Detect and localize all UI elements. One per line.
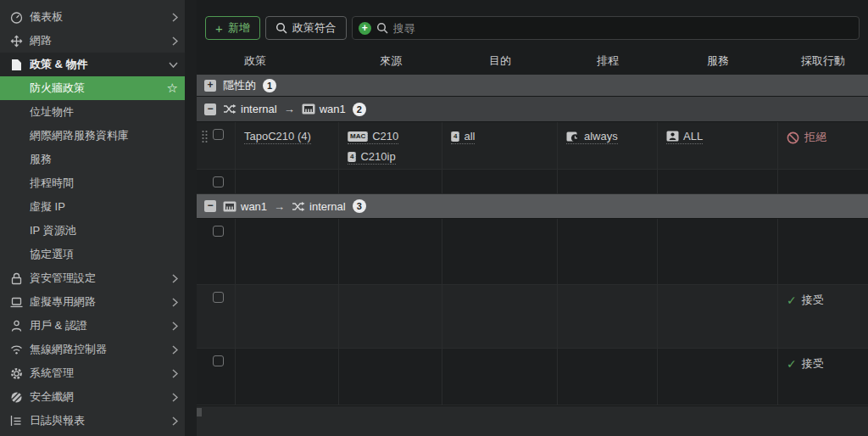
ethernet-port-icon [223,201,236,212]
group-count-badge: 3 [353,199,366,213]
group-label: 隱性的 [223,78,256,93]
search-input[interactable] [393,22,853,35]
group-row-implicit[interactable]: + 隱性的 1 [197,75,868,97]
policy-name[interactable]: TapoC210 (4) [244,130,311,144]
sidebar-item-protocol-options[interactable]: 協定選項 [0,243,185,266]
sidebar-item-label: 儀表板 [30,9,172,25]
sidebar-item-addresses[interactable]: 位址物件 [0,100,185,124]
row-checkbox[interactable] [213,129,224,140]
column-header-source[interactable]: 來源 [339,53,442,69]
policy-lookup-button[interactable]: 政策符合 [265,16,347,40]
row-checkbox[interactable] [213,355,224,366]
group-count-badge: 2 [353,103,366,116]
column-header-policy[interactable]: 政策 [236,53,339,69]
policy-toolbar: + 新增 政策符合 + [197,0,868,48]
sidebar-item-log-report[interactable]: 日誌與報表 [0,409,185,433]
gear-icon [8,367,24,380]
group-count-badge: 1 [263,79,276,92]
action-deny[interactable]: 拒絕 [787,130,826,145]
policy-row-empty[interactable] [197,219,868,285]
ethernet-port-icon [302,103,315,115]
sidebar-item-policy-objects[interactable]: 政策 & 物件 [0,53,185,76]
column-header-schedule[interactable]: 排程 [558,53,658,69]
row-checkbox[interactable] [213,176,224,187]
source-address[interactable]: MAC C210 [348,130,398,144]
chevron-right-icon [172,13,178,22]
chevron-down-icon [169,62,178,68]
firewall-policy-page: + 新增 政策符合 + 政策 來源 目的 排程 服務 採取行動 + [197,0,868,436]
sidebar-item-vpn[interactable]: 虛擬專用網路 [0,290,185,314]
chevron-right-icon [172,369,178,378]
switch-interface-icon [223,103,236,115]
sidebar-item-security-fabric[interactable]: 安全纖網 [0,385,185,409]
search-icon [275,22,287,34]
collapse-icon[interactable]: − [204,103,216,115]
sidebar: 儀表板 網路 政策 & 物件 防火牆政策 ☆ [0,0,197,436]
column-header-service[interactable]: 服務 [658,53,778,69]
sidebar-item-security-profiles[interactable]: 資安管理設定 [0,266,185,290]
policy-row-tapoc210[interactable]: TapoC210 (4) MAC C210 4 C210ip 4 all [197,122,868,170]
sidebar-item-dashboard[interactable]: 儀表板 [0,5,185,29]
sidebar-item-firewall-policy[interactable]: 防火牆政策 ☆ [0,76,185,100]
sidebar-item-internet-service-db[interactable]: 網際網路服務資料庫 [0,124,185,148]
sidebar-item-schedules[interactable]: 排程時間 [0,171,185,195]
destination-address[interactable]: 4 all [451,130,475,144]
sidebar-item-ip-pools[interactable]: IP 資源池 [0,219,185,243]
expand-icon[interactable]: + [204,80,216,92]
source-interface-label: wan1 [241,200,267,213]
sidebar-item-label: 防火牆政策 [30,81,167,96]
sidebar-item-system[interactable]: 系統管理 [0,361,185,385]
group-row-internal-wan1[interactable]: − internal → wan1 2 [197,97,868,122]
chevron-right-icon [172,36,178,46]
accept-check-icon: ✓ [787,357,797,371]
table-header-row: 政策 來源 目的 排程 服務 採取行動 [197,48,868,75]
drag-handle-icon[interactable] [201,129,209,144]
chevron-right-icon [172,393,178,402]
action-accept[interactable]: ✓ 接受 [787,293,824,308]
favorite-star-icon[interactable]: ☆ [167,81,178,96]
chevron-right-icon [172,321,178,331]
deny-icon [787,131,799,144]
sidebar-edge-strip [185,0,197,436]
service-all-icon [666,131,679,143]
policy-row-accept[interactable]: ✓ 接受 [197,349,868,405]
laptop-icon [8,297,24,308]
policy-row-empty[interactable] [197,170,868,194]
ipv4-address-icon: 4 [451,131,459,142]
chevron-right-icon [172,274,178,283]
move-icon [8,35,24,48]
sidebar-item-virtual-ip[interactable]: 虛擬 IP [0,195,185,219]
sidebar-item-services[interactable]: 服務 [0,148,185,171]
destination-interface-label: internal [309,200,346,213]
add-filter-icon[interactable]: + [359,22,371,35]
arrow-icon: → [284,103,295,115]
collapse-icon[interactable]: − [204,200,216,212]
chevron-right-icon [172,345,178,355]
lock-icon [8,272,24,285]
wifi-icon [8,344,24,355]
switch-interface-icon [292,201,305,212]
policy-row-accept[interactable]: ✓ 接受 [197,285,868,349]
action-accept[interactable]: ✓ 接受 [787,356,824,372]
document-icon [8,59,24,71]
user-icon [8,320,24,333]
destination-interface-label: wan1 [320,103,346,115]
column-header-destination[interactable]: 目的 [442,53,558,69]
source-address[interactable]: 4 C210ip [348,150,396,165]
arrow-icon: → [274,200,285,213]
sidebar-item-network[interactable]: 網路 [0,29,185,53]
mac-address-icon: MAC [348,131,368,142]
sidebar-item-user-auth[interactable]: 用戶 & 認證 [0,314,185,338]
create-new-button[interactable]: + 新增 [205,16,260,40]
app-window: 儀表板 網路 政策 & 物件 防火牆政策 ☆ [0,0,868,436]
group-row-wan1-internal[interactable]: − wan1 → internal 3 [197,194,868,219]
sidebar-item-wifi-controller[interactable]: 無線網路控制器 [0,338,185,361]
schedule-value[interactable]: always [566,130,618,144]
service-value[interactable]: ALL [666,130,703,144]
row-checkbox[interactable] [213,292,224,303]
row-checkbox[interactable] [213,226,224,237]
horizontal-scrollbar[interactable] [197,408,202,416]
fabric-icon [8,391,24,404]
column-header-action[interactable]: 採取行動 [778,53,868,69]
sidebar-item-label: 網路 [30,33,172,48]
